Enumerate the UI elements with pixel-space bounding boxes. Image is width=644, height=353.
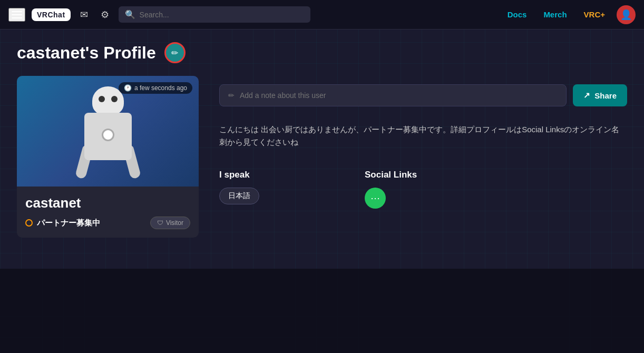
status-label: パートナー募集中	[37, 218, 100, 228]
note-share-row: ✏ ↗ Share	[219, 84, 627, 106]
main-content: castanet's Profile ✏	[0, 30, 644, 250]
mail-icon: ✉	[80, 9, 88, 21]
language-badge: 日本語	[219, 188, 259, 204]
vrcp-link[interactable]: VRC+	[579, 7, 610, 22]
visitor-badge: 🛡 Visitor	[150, 217, 190, 229]
shield-icon: 🛡	[157, 219, 163, 227]
social-title: Social Links	[365, 170, 417, 180]
search-input[interactable]	[140, 11, 304, 19]
menu-button[interactable]	[8, 8, 25, 22]
username: castanet	[25, 195, 190, 211]
avatar-icon: 👤	[620, 9, 632, 21]
share-label: Share	[594, 91, 617, 100]
robot-avatar-art	[71, 81, 145, 187]
edit-pencil-icon: ✏	[171, 48, 178, 58]
social-share-icon: ⋯	[370, 192, 380, 204]
user-info-card: castanet パートナー募集中 🛡 Visitor	[17, 187, 199, 238]
logo: VRChat	[32, 8, 71, 21]
avatar-card: 🕐 a few seconds ago castanet パートナー募集中 🛡 …	[17, 76, 207, 238]
logo-text: VRChat	[37, 11, 65, 19]
robot-eye-right	[111, 96, 118, 102]
bottom-info: I speak 日本語 Social Links ⋯	[219, 170, 627, 209]
status-indicator: パートナー募集中	[25, 218, 100, 228]
share-button[interactable]: ↗ Share	[573, 84, 627, 106]
timestamp-text: a few seconds ago	[134, 84, 187, 92]
timestamp-badge: 🕐 a few seconds ago	[119, 82, 192, 94]
robot-eye-left	[99, 96, 105, 102]
navbar: VRChat ✉ ⚙ 🔍 Docs Merch VRC+ 👤	[0, 0, 644, 30]
right-panel: ✏ ↗ Share こんにちは 出会い厨ではありませんが、パートナー募集中です。…	[207, 76, 627, 238]
profile-content: 🕐 a few seconds ago castanet パートナー募集中 🛡 …	[17, 76, 627, 238]
status-dot	[25, 219, 33, 227]
mail-button[interactable]: ✉	[77, 6, 91, 24]
social-section: Social Links ⋯	[365, 170, 417, 209]
page-title-row: castanet's Profile ✏	[17, 42, 627, 63]
note-pencil-icon: ✏	[228, 91, 235, 100]
page-title: castanet's Profile	[17, 43, 156, 63]
status-row: パートナー募集中 🛡 Visitor	[25, 217, 190, 229]
settings-icon: ⚙	[101, 9, 109, 21]
note-input[interactable]	[240, 91, 558, 100]
social-share-button[interactable]: ⋯	[365, 188, 386, 209]
edit-profile-button[interactable]: ✏	[164, 42, 186, 63]
bio-text: こんにちは 出会い厨ではありませんが、パートナー募集中です。詳細プロフィールはS…	[219, 123, 627, 149]
share-icon: ↗	[583, 91, 590, 100]
note-input-wrapper: ✏	[219, 84, 567, 106]
speak-title: I speak	[219, 170, 259, 180]
robot-body	[84, 113, 132, 160]
merch-link[interactable]: Merch	[538, 7, 572, 22]
speak-section: I speak 日本語	[219, 170, 259, 209]
clock-icon: 🕐	[124, 84, 132, 92]
docs-link[interactable]: Docs	[502, 7, 532, 22]
robot-chest-light	[102, 129, 114, 141]
search-icon: 🔍	[125, 9, 135, 19]
rank-label: Visitor	[166, 219, 183, 227]
search-bar: 🔍	[119, 6, 310, 23]
avatar-image: 🕐 a few seconds ago	[17, 76, 199, 187]
user-avatar-nav[interactable]: 👤	[617, 5, 636, 24]
settings-button[interactable]: ⚙	[97, 6, 112, 24]
bottom-panel	[0, 269, 644, 353]
